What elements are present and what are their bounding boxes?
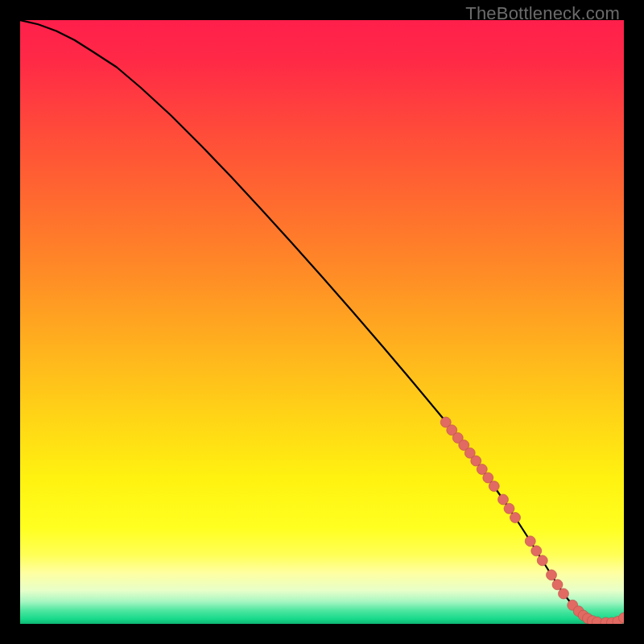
data-marker <box>525 536 535 547</box>
gradient-background <box>20 20 624 624</box>
data-marker <box>510 513 521 523</box>
data-marker <box>537 555 547 566</box>
data-marker <box>552 580 563 590</box>
chart-stage: TheBottleneck.com <box>0 0 644 644</box>
data-marker <box>504 503 514 514</box>
data-marker <box>498 494 509 505</box>
plot-area <box>20 20 624 624</box>
data-marker <box>547 570 557 580</box>
plot-svg <box>20 20 624 624</box>
data-marker <box>559 588 569 599</box>
data-marker <box>531 546 542 556</box>
data-marker <box>489 481 499 492</box>
